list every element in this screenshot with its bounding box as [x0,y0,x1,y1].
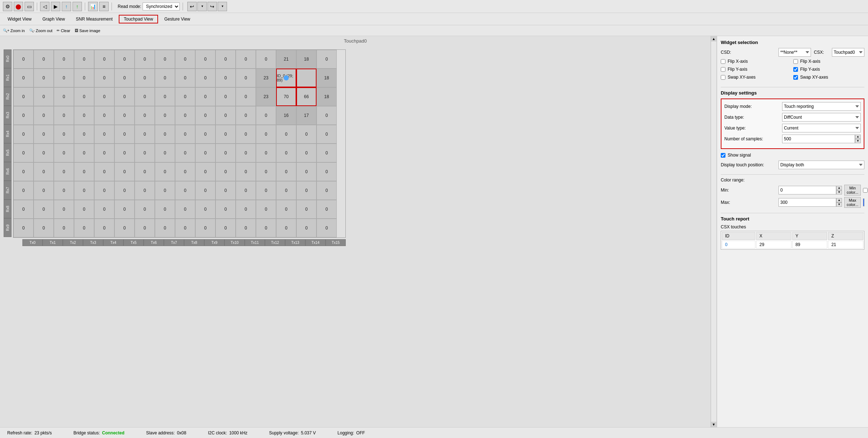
cell-2-14[interactable]: 66 [296,87,317,106]
cell-1-3[interactable]: 0 [74,69,94,87]
cell-6-3[interactable]: 0 [74,162,94,181]
tab-widget-view[interactable]: Widget View [3,15,36,23]
cell-3-11[interactable]: 0 [236,106,256,125]
cell-5-1[interactable]: 0 [34,144,54,162]
cell-7-5[interactable]: 0 [114,181,135,200]
cell-4-9[interactable]: 0 [195,125,215,144]
cell-0-6[interactable]: 0 [135,50,155,69]
cell-5-4[interactable]: 0 [94,144,114,162]
min-input[interactable] [778,186,836,194]
cell-3-8[interactable]: 0 [175,106,195,125]
vertical-scrollbar[interactable]: ▲ ▼ [711,36,716,427]
cell-9-11[interactable]: 0 [236,219,256,237]
cell-1-1[interactable]: 0 [34,69,54,87]
cell-3-6[interactable]: 0 [135,106,155,125]
cell-2-6[interactable]: 0 [135,87,155,106]
save-image-button[interactable]: 🖼 Save image [75,29,100,33]
cell-8-1[interactable]: 0 [34,200,54,219]
cell-7-11[interactable]: 0 [236,181,256,200]
cell-4-13[interactable]: 0 [276,125,296,144]
cell-2-2[interactable]: 0 [54,87,74,106]
scroll-up-arrow[interactable]: ▲ [711,36,716,41]
cell-3-5[interactable]: 0 [114,106,135,125]
cell-6-8[interactable]: 0 [175,162,195,181]
cell-4-10[interactable]: 0 [215,125,236,144]
upload-button[interactable]: ↑ [62,2,71,11]
cell-1-11[interactable]: 0 [236,69,256,87]
cell-2-0[interactable]: 0 [13,87,34,106]
cell-7-4[interactable]: 0 [94,181,114,200]
cell-7-3[interactable]: 0 [74,181,94,200]
cell-6-4[interactable]: 0 [94,162,114,181]
cell-6-14[interactable]: 0 [296,162,317,181]
cell-1-12[interactable]: 23 [256,69,276,87]
clear-button[interactable]: ✏ Clear [57,29,70,33]
cell-6-15[interactable]: 0 [317,162,337,181]
settings-button[interactable]: ⚙ [3,2,12,11]
cell-9-5[interactable]: 0 [114,219,135,237]
cell-3-12[interactable]: 0 [256,106,276,125]
cell-7-0[interactable]: 0 [13,181,34,200]
list-button[interactable]: ≡ [99,2,109,11]
cell-9-12[interactable]: 0 [256,219,276,237]
num-samples-down[interactable]: ▼ [855,139,861,143]
cell-5-12[interactable]: 0 [256,144,276,162]
cell-3-4[interactable]: 0 [94,106,114,125]
cell-1-4[interactable]: 0 [94,69,114,87]
cell-4-14[interactable]: 0 [296,125,317,144]
cell-0-4[interactable]: 0 [94,50,114,69]
cell-5-11[interactable]: 0 [236,144,256,162]
cell-0-14[interactable]: 18 [296,50,317,69]
cell-3-13[interactable]: 16 [276,106,296,125]
display-touch-pos-select[interactable]: Display both [778,161,864,169]
cell-3-7[interactable]: 0 [155,106,175,125]
max-down[interactable]: ▼ [836,202,842,207]
undo-dropdown[interactable]: ▼ [197,2,207,11]
cell-5-5[interactable]: 0 [114,144,135,162]
flip-x-right-checkbox[interactable] [793,59,798,64]
cell-8-2[interactable]: 0 [54,200,74,219]
cell-5-10[interactable]: 0 [215,144,236,162]
cell-8-11[interactable]: 0 [236,200,256,219]
redo-dropdown[interactable]: ▼ [218,2,227,11]
cell-9-6[interactable]: 0 [135,219,155,237]
flip-y-right-checkbox[interactable] [793,67,798,72]
zoom-in-button[interactable]: 🔍+ Zoom in [3,29,25,33]
cell-7-8[interactable]: 0 [175,181,195,200]
cell-0-7[interactable]: 0 [155,50,175,69]
cell-6-7[interactable]: 0 [155,162,175,181]
cell-6-11[interactable]: 0 [236,162,256,181]
cell-2-9[interactable]: 0 [195,87,215,106]
cell-0-1[interactable]: 0 [34,50,54,69]
cell-5-6[interactable]: 0 [135,144,155,162]
cell-4-3[interactable]: 0 [74,125,94,144]
cell-4-8[interactable]: 0 [175,125,195,144]
cell-5-0[interactable]: 0 [13,144,34,162]
cell-5-8[interactable]: 0 [175,144,195,162]
cell-6-12[interactable]: 0 [256,162,276,181]
cell-6-2[interactable]: 0 [54,162,74,181]
cell-5-9[interactable]: 0 [195,144,215,162]
cell-9-15[interactable]: 0 [317,219,337,237]
cell-9-0[interactable]: 0 [13,219,34,237]
cell-2-1[interactable]: 0 [34,87,54,106]
cell-0-13[interactable]: 21 [276,50,296,69]
cell-2-13[interactable]: 70 [276,87,296,106]
cell-7-2[interactable]: 0 [54,181,74,200]
cell-1-10[interactable]: 0 [215,69,236,87]
cell-4-11[interactable]: 0 [236,125,256,144]
cell-9-14[interactable]: 0 [296,219,317,237]
swap-xy-right-checkbox[interactable] [793,75,798,80]
max-input[interactable] [778,198,836,207]
stop-button[interactable]: ⬤ [14,2,23,11]
cell-4-5[interactable]: 0 [114,125,135,144]
cell-4-12[interactable]: 0 [256,125,276,144]
cell-3-10[interactable]: 0 [215,106,236,125]
cell-5-13[interactable]: 0 [276,144,296,162]
cell-5-3[interactable]: 0 [74,144,94,162]
num-samples-input[interactable] [782,135,855,143]
cell-8-7[interactable]: 0 [155,200,175,219]
cell-2-5[interactable]: 0 [114,87,135,106]
cell-6-1[interactable]: 0 [34,162,54,181]
cell-2-7[interactable]: 0 [155,87,175,106]
